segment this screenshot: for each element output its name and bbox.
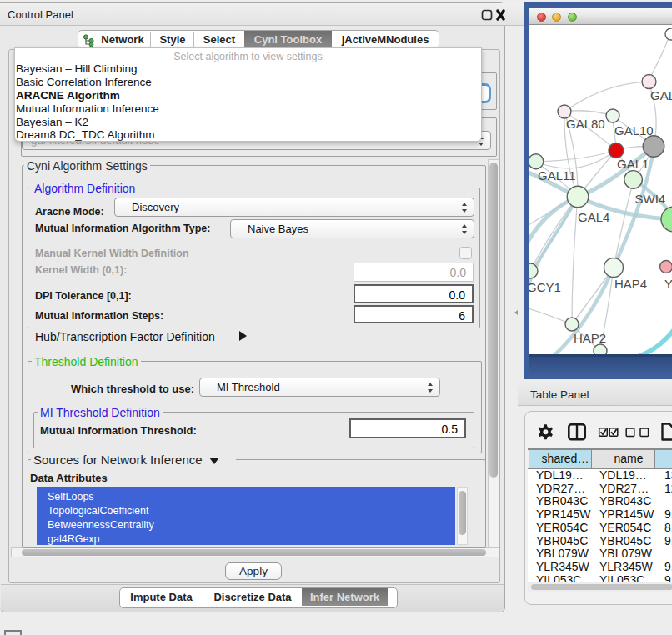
svg-text:GAL11: GAL11 <box>538 168 576 182</box>
svg-text:GCY1: GCY1 <box>529 280 561 294</box>
svg-text:GAL10: GAL10 <box>614 123 654 138</box>
svg-text:GAL80: GAL80 <box>566 117 605 131</box>
svg-text:GAL4: GAL4 <box>578 210 609 224</box>
svg-text:SWI4: SWI4 <box>635 192 666 206</box>
svg-text:GAL7: GAL7 <box>650 88 672 102</box>
svg-text:GAL1: GAL1 <box>617 157 649 171</box>
svg-text:HAP2: HAP2 <box>574 331 606 345</box>
svg-text:Y: Y <box>664 277 672 291</box>
svg-text:HAP4: HAP4 <box>614 277 647 291</box>
